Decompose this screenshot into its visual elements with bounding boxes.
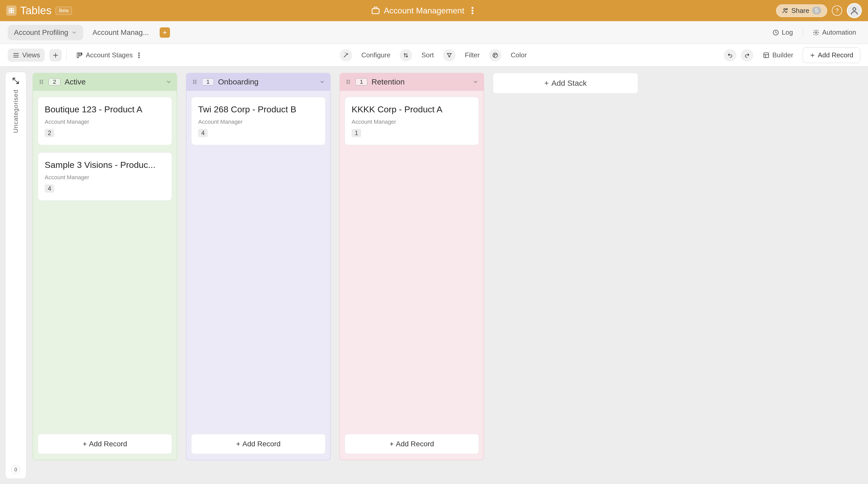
svg-point-4	[784, 8, 785, 10]
svg-point-14	[138, 57, 140, 58]
add-record-button[interactable]: Add Record	[803, 47, 860, 63]
svg-point-25	[42, 83, 43, 84]
stack-count: 1	[355, 78, 367, 86]
svg-point-31	[195, 83, 196, 84]
plus-icon: +	[162, 28, 167, 37]
users-icon	[782, 7, 789, 14]
color-label: Color	[511, 51, 527, 59]
sort-label: Sort	[421, 51, 434, 59]
stack-header[interactable]: 2 Active	[33, 73, 177, 91]
record-card[interactable]: KKKK Corp - Product A Account Manager 1	[345, 97, 479, 145]
color-icon-button[interactable]	[489, 49, 501, 62]
briefcase-icon	[371, 6, 380, 15]
app-name: Tables	[20, 4, 52, 17]
tab-account-management[interactable]: Account Manag...	[86, 25, 155, 40]
wand-icon	[343, 52, 349, 58]
beta-badge: Beta	[56, 7, 72, 15]
redo-icon	[744, 52, 750, 58]
stack-header[interactable]: 1 Onboarding	[187, 73, 330, 91]
card-title: Sample 3 Visions - Produc...	[45, 160, 165, 170]
chevron-down-icon[interactable]	[473, 79, 478, 85]
stack-header[interactable]: 1 Retention	[340, 73, 484, 91]
card-field-label: Account Manager	[198, 119, 318, 125]
builder-label: Builder	[772, 51, 793, 59]
automation-button[interactable]: Automation	[809, 26, 860, 39]
divider	[803, 27, 803, 38]
filter-label: Filter	[465, 51, 480, 59]
add-view-button[interactable]	[49, 49, 62, 62]
svg-point-27	[193, 82, 194, 83]
configure-icon-button[interactable]	[340, 49, 352, 62]
chevron-down-icon[interactable]	[71, 30, 77, 35]
views-label: Views	[22, 51, 40, 59]
uncategorised-label: Uncategorised	[12, 90, 20, 133]
app-logo[interactable]	[6, 5, 17, 16]
tab-label: Account Profiling	[14, 28, 68, 37]
current-view[interactable]: Account Stages	[71, 49, 147, 62]
svg-point-28	[193, 83, 194, 84]
svg-point-1	[472, 7, 473, 8]
stack-add-record-button[interactable]: +Add Record	[345, 434, 479, 454]
record-card[interactable]: Sample 3 Visions - Produc... Account Man…	[38, 152, 172, 201]
stack-count: 2	[49, 78, 60, 86]
svg-rect-9	[77, 53, 79, 58]
plus-icon: +	[83, 440, 87, 448]
configure-label: Configure	[362, 51, 391, 59]
log-button[interactable]: Log	[768, 26, 797, 39]
help-button[interactable]: ?	[832, 5, 842, 16]
chevron-down-icon[interactable]	[166, 79, 172, 85]
add-stack-button[interactable]: +Add Stack	[493, 73, 638, 94]
svg-point-26	[193, 80, 194, 81]
automation-label: Automation	[822, 28, 856, 36]
stack-count: 1	[202, 78, 214, 86]
user-avatar[interactable]	[847, 3, 862, 18]
tab-label: Account Manag...	[92, 28, 149, 37]
filter-button[interactable]: Filter	[460, 49, 485, 62]
kanban-icon	[76, 52, 83, 59]
color-button[interactable]: Color	[506, 49, 531, 62]
redo-button[interactable]	[741, 49, 753, 62]
svg-point-13	[138, 55, 140, 56]
clock-icon	[772, 29, 779, 36]
svg-rect-19	[764, 53, 769, 58]
card-field-label: Account Manager	[351, 119, 472, 125]
uncategorised-panel[interactable]: Uncategorised 0	[5, 72, 26, 479]
topbar: Tables Beta Account Management Share 5 ?	[0, 0, 868, 21]
more-vertical-icon[interactable]	[135, 52, 143, 59]
svg-point-32	[347, 80, 348, 81]
page-title[interactable]: Account Management	[384, 6, 464, 15]
board-wrap: Uncategorised 0 2 Active Boutique 123 - …	[0, 67, 868, 484]
plus-icon: +	[236, 440, 240, 448]
stack-cards: Twi 268 Corp - Product B Account Manager…	[187, 91, 330, 151]
add-tab-button[interactable]: +	[160, 27, 170, 38]
svg-point-29	[195, 80, 196, 81]
builder-button[interactable]: Builder	[758, 49, 798, 62]
expand-icon[interactable]	[11, 77, 20, 85]
undo-button[interactable]	[724, 49, 736, 62]
layout-icon	[763, 52, 770, 59]
views-button[interactable]: Views	[8, 49, 45, 62]
uncategorised-count: 0	[11, 465, 20, 474]
svg-point-6	[853, 8, 856, 10]
svg-point-21	[40, 82, 41, 83]
filter-icon-button[interactable]	[443, 49, 456, 62]
stack-add-record-button[interactable]: +Add Record	[191, 434, 326, 454]
record-card[interactable]: Twi 268 Corp - Product B Account Manager…	[191, 97, 326, 145]
tab-account-profiling[interactable]: Account Profiling	[8, 25, 83, 40]
menu-icon	[12, 52, 20, 59]
sort-button[interactable]: Sort	[417, 49, 438, 62]
grip-icon[interactable]	[192, 79, 198, 85]
stack-name: Active	[65, 77, 86, 86]
sort-icon-button[interactable]	[400, 49, 412, 62]
svg-point-12	[138, 53, 140, 54]
svg-point-30	[195, 82, 196, 83]
configure-button[interactable]: Configure	[357, 49, 395, 62]
stack-add-record-button[interactable]: +Add Record	[38, 434, 172, 454]
share-button[interactable]: Share 5	[776, 4, 827, 17]
log-label: Log	[782, 28, 793, 36]
grip-icon[interactable]	[345, 79, 351, 85]
more-vertical-icon[interactable]	[468, 6, 477, 15]
chevron-down-icon[interactable]	[319, 79, 325, 85]
record-card[interactable]: Boutique 123 - Product A Account Manager…	[38, 97, 172, 145]
grip-icon[interactable]	[38, 79, 44, 85]
